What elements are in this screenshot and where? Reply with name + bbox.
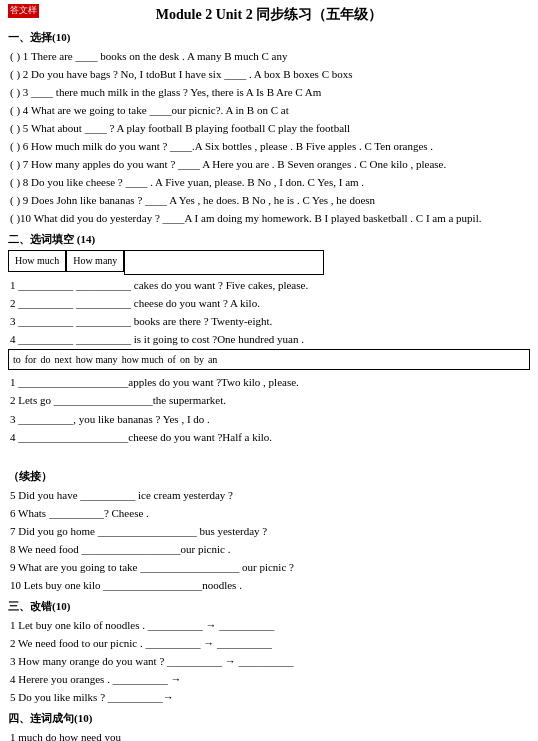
list-item: 4 ____________________cheese do you want… [8,429,530,446]
list-item: 2 We need food to our picnic . _________… [8,635,530,652]
list-item: ( ) 9 Does John like bananas ? ____ A Ye… [8,192,530,209]
section-three-header: （续接） [8,468,530,485]
word-do: do [40,352,50,368]
list-item: ( ) 2 Do you have bags ? No, I tdoBut I … [8,66,530,83]
section-four: 三、改错(10) 1 Let buy one kilo of noodles .… [8,598,530,706]
word-selection-box: to for do next how many how much of on b… [8,349,530,371]
list-item: 2 Lets go __________________the supermar… [8,392,530,409]
list-item: 1 Let buy one kilo of noodles . ________… [8,617,530,634]
list-item: ( ) 6 How much milk do you want ? ____.A… [8,138,530,155]
section-two: 二、选词填空 (14) How much How many 1 ________… [8,231,530,445]
list-item: 3 __________, you like bananas ? Yes , I… [8,411,530,428]
answer-label: 答文样 [8,4,39,18]
section-five: 四、连词成句(10) 1 much do how need you ______… [8,710,530,741]
list-item: ( ) 8 Do you like cheese ? ____ . A Five… [8,174,530,191]
section-one-header: 一、选择(10) [8,29,530,46]
list-item: ( ) 3 ____ there much milk in the glass … [8,84,530,101]
word-on: on [180,352,190,368]
list-item: 7 Did you go home __________________ bus… [8,523,530,540]
list-item: 10 Lets buy one kilo __________________n… [8,577,530,594]
list-item: 5 Did you have __________ ice cream yest… [8,487,530,504]
list-item: 9 What are you going to take ___________… [8,559,530,576]
word-by: by [194,352,204,368]
list-item: 3 How many orange do you want ? ________… [8,653,530,670]
word-of: of [168,352,176,368]
word-an: an [208,352,217,368]
section-one: 一、选择(10) ( ) 1 There are ____ books on t… [8,29,530,228]
section-four-header: 三、改错(10) [8,598,530,615]
section-five-header: 四、连词成句(10) [8,710,530,727]
section-two-header: 二、选词填空 (14) [8,231,530,248]
list-item: 1 __________ __________ cakes do you wan… [8,277,530,294]
list-item: 8 We need food __________________our pic… [8,541,530,558]
word-for: for [25,352,37,368]
how-many-box: How many [66,250,124,272]
word-next: next [54,352,71,368]
list-item: 5 Do you like milks ? __________→ [8,689,530,706]
page-title: Module 2 Unit 2 同步练习（五年级） [8,4,530,26]
list-item: 1 much do how need you _________________… [8,729,530,741]
list-item: 6 Whats __________? Cheese . [8,505,530,522]
list-item: ( )10 What did you do yesterday ? ____A … [8,210,530,227]
word-to: to [13,352,21,368]
list-item: 1 ____________________apples do you want… [8,374,530,391]
section-three: （续接） 5 Did you have __________ ice cream… [8,468,530,594]
list-item: 4 __________ __________ is it going to c… [8,331,530,348]
word-how-much: how much [122,352,164,368]
list-item: 3 __________ __________ books are there … [8,313,530,330]
list-item: 4 Herere you oranges . __________ → [8,671,530,688]
how-much-box: How much [8,250,66,272]
word-how-many: how many [76,352,118,368]
list-item: ( ) 1 There are ____ books on the desk .… [8,48,530,65]
list-item: ( ) 4 What are we going to take ____our … [8,102,530,119]
list-item: ( ) 5 What about ____ ? A play football … [8,120,530,137]
list-item: ( ) 7 How many apples do you want ? ____… [8,156,530,173]
list-item: 2 __________ __________ cheese do you wa… [8,295,530,312]
